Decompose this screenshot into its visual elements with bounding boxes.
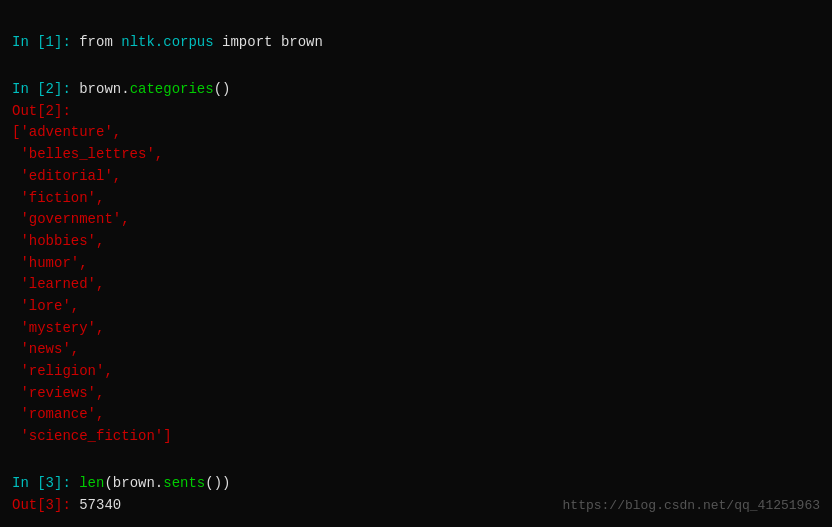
code-from-1: from (79, 32, 121, 54)
output-line-1: ['adventure', (12, 122, 121, 144)
output-line-5: 'government', (12, 209, 130, 231)
output-line-6: 'hobbies', (12, 231, 104, 253)
code-2: brown. (79, 79, 129, 101)
code-len-3: len (79, 473, 104, 495)
output-line-8: 'learned', (12, 274, 104, 296)
output-line-7: 'humor', (12, 253, 88, 275)
prompt-in-2: In [2]: (12, 79, 79, 101)
prompt-in-1: In [1]: (12, 32, 79, 54)
prompt-in-3: In [3]: (12, 473, 79, 495)
code-open-3: (brown. (104, 473, 163, 495)
output-line-14: 'romance', (12, 404, 104, 426)
output-line-15: 'science_fiction'] (12, 426, 172, 448)
code-sents-3: sents (163, 473, 205, 495)
code-import-1: import (214, 32, 281, 54)
cell-2: In [2]: brown.categories() Out[2]: ['adv… (12, 79, 820, 448)
output-val-3: 57340 (79, 495, 121, 517)
prompt-out-3: Out[3]: (12, 495, 79, 517)
output-line-9: 'lore', (12, 296, 79, 318)
output-line-2: 'belles_lettres', (12, 144, 163, 166)
output-line-13: 'reviews', (12, 383, 104, 405)
code-close-3: ()) (205, 473, 230, 495)
cell-1: In [1]: from nltk.corpus import brown (12, 32, 820, 54)
output-line-10: 'mystery', (12, 318, 104, 340)
output-line-12: 'religion', (12, 361, 113, 383)
code-func-2: categories (130, 79, 214, 101)
code-name-1: brown (281, 32, 323, 54)
output-line-3: 'editorial', (12, 166, 121, 188)
code-module-1: nltk.corpus (121, 32, 213, 54)
watermark: https://blog.csdn.net/qq_41251963 (563, 498, 820, 513)
output-line-11: 'news', (12, 339, 79, 361)
output-line-4: 'fiction', (12, 188, 104, 210)
prompt-out-2: Out[2]: (12, 101, 71, 123)
code-paren-2: () (214, 79, 231, 101)
notebook-container: In [1]: from nltk.corpus import brown In… (12, 10, 820, 527)
